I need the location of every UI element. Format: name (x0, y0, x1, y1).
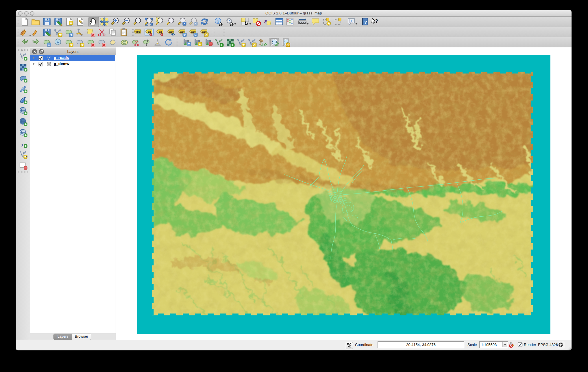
svg-text:?: ? (364, 20, 367, 25)
svg-text:,: , (21, 139, 23, 147)
svg-text:abc: abc (180, 30, 185, 33)
svg-text:abc: abc (191, 30, 196, 33)
svg-text:?: ? (375, 18, 378, 24)
svg-text:i: i (217, 19, 219, 23)
svg-text:ab: ab (148, 30, 151, 33)
svg-text:ε: ε (264, 17, 267, 25)
svg-text:1:1: 1:1 (136, 19, 140, 22)
svg-text:abc: abc (136, 30, 140, 33)
svg-text:abc: abc (169, 30, 174, 33)
svg-text:ab: ab (159, 30, 162, 33)
